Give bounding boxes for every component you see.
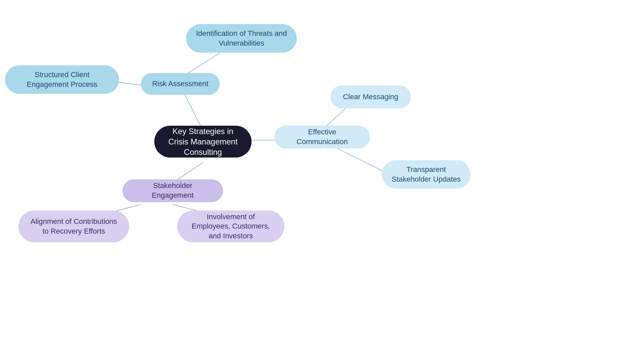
risk-assessment-label: Risk Assessment bbox=[152, 79, 209, 89]
stakeholder-engagement-label: Stakeholder Engagement bbox=[132, 181, 214, 200]
center-node-label: Key Strategies in Crisis Management Cons… bbox=[164, 126, 242, 158]
clear-messaging-node: Clear Messaging bbox=[330, 85, 411, 108]
structured-client-label: Structured Client Engagement Process bbox=[14, 70, 110, 89]
svg-line-5 bbox=[335, 147, 382, 171]
threats-node: Identification of Threats and Vulnerabil… bbox=[186, 24, 297, 53]
center-node: Key Strategies in Crisis Management Cons… bbox=[154, 126, 252, 158]
clear-messaging-label: Clear Messaging bbox=[343, 92, 398, 102]
alignment-contributions-node: Alignment of Contributions to Recovery E… bbox=[18, 210, 129, 242]
svg-line-2 bbox=[117, 82, 144, 85]
effective-communication-label: Effective Communication bbox=[284, 127, 361, 146]
risk-assessment-node: Risk Assessment bbox=[141, 73, 220, 95]
threats-label: Identification of Threats and Vulnerabil… bbox=[196, 29, 287, 48]
effective-communication-node: Effective Communication bbox=[274, 126, 370, 148]
structured-client-node: Structured Client Engagement Process bbox=[5, 65, 119, 94]
alignment-contributions-label: Alignment of Contributions to Recovery E… bbox=[28, 217, 120, 236]
involvement-employees-node: Involvement of Employees, Customers, and… bbox=[177, 210, 284, 242]
transparent-stakeholder-node: Transparent Stakeholder Updates bbox=[382, 160, 471, 189]
involvement-employees-label: Involvement of Employees, Customers, and… bbox=[186, 212, 275, 241]
stakeholder-engagement-node: Stakeholder Engagement bbox=[122, 179, 223, 202]
transparent-stakeholder-label: Transparent Stakeholder Updates bbox=[391, 165, 461, 184]
